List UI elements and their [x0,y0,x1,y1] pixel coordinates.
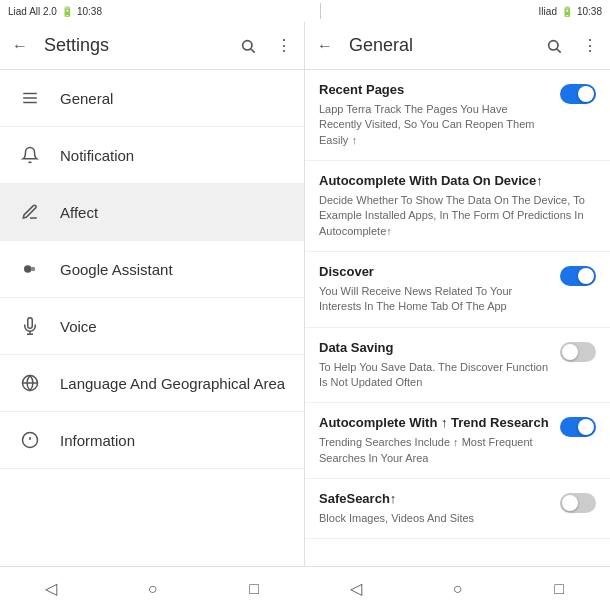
nav-bar-right: ◁ ○ □ [305,566,610,610]
general-desc-recent-pages: Lapp Terra Track The Pages You Have Rece… [319,102,552,148]
general-title-autocomplete-device: Autocomplete With Data On Device↑ [319,173,588,190]
toggle-control-data-saving [560,340,596,362]
status-divider [320,3,321,19]
toggle-thumb-safesearch [562,495,578,511]
general-item-recent-pages: Recent Pages Lapp Terra Track The Pages … [305,70,610,161]
toggle-control-autocomplete-trend [560,415,596,437]
back-nav-right[interactable]: ◁ [340,573,372,605]
settings-label-language: Language And Geographical Area [60,375,285,392]
general-text-safesearch: SafeSearch↑ Block Images, Videos And Sit… [319,491,560,526]
status-bar: Liad All 2.0 🔋 10:38 Iliad 🔋 10:38 [0,0,610,22]
general-title-safesearch: SafeSearch↑ [319,491,552,508]
carrier-left: Liad All 2.0 [8,6,57,17]
more-options-icon-left[interactable]: ⋮ [272,34,296,58]
battery-right: 🔋 [561,6,573,17]
toggle-discover[interactable] [560,266,596,286]
back-button-right[interactable]: ← [313,34,337,58]
settings-label-affect: Affect [60,204,98,221]
voice-icon [16,312,44,340]
time-right: 10:38 [577,6,602,17]
status-bar-right: Iliad 🔋 10:38 [539,6,602,17]
back-button-left[interactable]: ← [8,34,32,58]
settings-item-google-assistant[interactable]: Google Assistant [0,241,304,298]
toggle-safesearch[interactable] [560,493,596,513]
search-icon-left[interactable] [236,34,260,58]
left-toolbar: ← Settings ⋮ [0,22,304,70]
toolbar-icons-left: ⋮ [236,34,296,58]
svg-point-6 [31,267,36,272]
settings-label-notification: Notification [60,147,134,164]
general-text-data-saving: Data Saving To Help You Save Data. The D… [319,340,560,391]
settings-label-google-assistant: Google Assistant [60,261,173,278]
toggle-recent-pages[interactable] [560,84,596,104]
general-text-recent-pages: Recent Pages Lapp Terra Track The Pages … [319,82,560,148]
general-icon [16,84,44,112]
back-nav-left[interactable]: ◁ [35,573,67,605]
right-panel: ← General ⋮ Recent Pages Lapp Terra Trac… [305,22,610,566]
settings-item-general[interactable]: General [0,70,304,127]
settings-title: Settings [44,35,236,56]
general-item-autocomplete-device: Autocomplete With Data On Device↑ Decide… [305,161,610,252]
toggle-control-discover [560,264,596,286]
svg-point-5 [24,265,32,273]
toolbar-icons-right: ⋮ [542,34,602,58]
general-desc-autocomplete-device: Decide Whether To Show The Data On The D… [319,193,588,239]
settings-label-information: Information [60,432,135,449]
general-item-safesearch: SafeSearch↑ Block Images, Videos And Sit… [305,479,610,539]
settings-list: General Notification Affect Google Assis… [0,70,304,566]
time-left: 10:38 [77,6,102,17]
nav-bar-left: ◁ ○ □ [0,566,305,610]
toggle-thumb-discover [578,268,594,284]
general-title-recent-pages: Recent Pages [319,82,552,99]
language-icon [16,369,44,397]
settings-label-voice: Voice [60,318,97,335]
recents-nav-right[interactable]: □ [543,573,575,605]
settings-item-information[interactable]: Information [0,412,304,469]
home-nav-right[interactable]: ○ [441,573,473,605]
affect-icon [16,198,44,226]
general-item-data-saving: Data Saving To Help You Save Data. The D… [305,328,610,404]
right-toolbar: ← General ⋮ [305,22,610,70]
home-nav-left[interactable]: ○ [136,573,168,605]
svg-point-14 [549,40,558,49]
google-assistant-icon [16,255,44,283]
general-text-discover: Discover You Will Receive News Related T… [319,264,560,315]
toggle-thumb-autocomplete-trend [578,419,594,435]
general-item-autocomplete-trend: Autocomplete With ↑ Trend Research Trend… [305,403,610,479]
general-desc-discover: You Will Receive News Related To Your In… [319,284,552,315]
settings-item-notification[interactable]: Notification [0,127,304,184]
carrier-right: Iliad [539,6,557,17]
search-icon-right[interactable] [542,34,566,58]
information-icon [16,426,44,454]
recents-nav-left[interactable]: □ [238,573,270,605]
general-title-autocomplete-trend: Autocomplete With ↑ Trend Research [319,415,552,432]
settings-item-language[interactable]: Language And Geographical Area [0,355,304,412]
general-desc-safesearch: Block Images, Videos And Sites [319,511,552,526]
main-panels: ← Settings ⋮ General Notification Affect… [0,22,610,566]
more-options-icon-right[interactable]: ⋮ [578,34,602,58]
settings-item-affect[interactable]: Affect [0,184,304,241]
toggle-control-safesearch [560,491,596,513]
toggle-thumb-data-saving [562,344,578,360]
svg-line-15 [557,49,561,53]
svg-line-1 [251,49,255,53]
status-bar-left: Liad All 2.0 🔋 10:38 [8,6,102,17]
nav-bars: ◁ ○ □ ◁ ○ □ [0,566,610,610]
general-title-discover: Discover [319,264,552,281]
toggle-data-saving[interactable] [560,342,596,362]
general-text-autocomplete-device: Autocomplete With Data On Device↑ Decide… [319,173,596,239]
left-panel: ← Settings ⋮ General Notification Affect… [0,22,305,566]
general-text-autocomplete-trend: Autocomplete With ↑ Trend Research Trend… [319,415,560,466]
general-desc-data-saving: To Help You Save Data. The Discover Func… [319,360,552,391]
toggle-thumb-recent-pages [578,86,594,102]
notification-icon [16,141,44,169]
general-desc-autocomplete-trend: Trending Searches Include ↑ Most Frequen… [319,435,552,466]
toggle-autocomplete-trend[interactable] [560,417,596,437]
settings-item-voice[interactable]: Voice [0,298,304,355]
general-item-discover: Discover You Will Receive News Related T… [305,252,610,328]
toggle-control-recent-pages [560,82,596,104]
settings-label-general: General [60,90,113,107]
battery-left: 🔋 [61,6,73,17]
general-title: General [349,35,542,56]
general-list: Recent Pages Lapp Terra Track The Pages … [305,70,610,566]
